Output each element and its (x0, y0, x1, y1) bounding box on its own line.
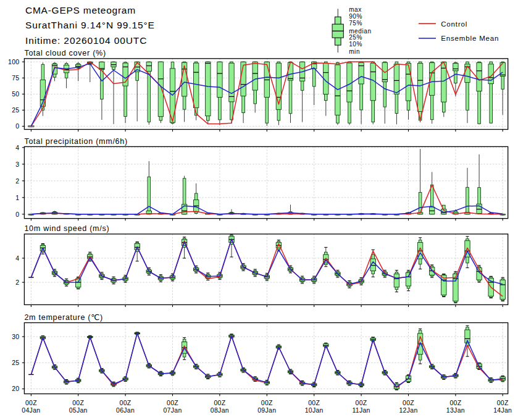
svg-text:CMA-GEPS meteogram: CMA-GEPS meteogram (25, 5, 136, 15)
svg-text:06Jan: 06Jan (116, 406, 135, 414)
svg-text:90%: 90% (349, 13, 362, 20)
svg-text:0: 0 (15, 211, 19, 218)
svg-text:100: 100 (8, 58, 19, 65)
svg-text:Initime: 20260104 00UTC: Initime: 20260104 00UTC (25, 35, 147, 46)
svg-text:00Z: 00Z (449, 399, 461, 406)
svg-text:00Z: 00Z (403, 399, 414, 406)
svg-text:25: 25 (12, 106, 19, 114)
svg-text:3: 3 (15, 161, 19, 168)
svg-text:2: 2 (15, 177, 19, 185)
svg-text:4: 4 (15, 144, 19, 151)
svg-text:00Z: 00Z (214, 399, 225, 406)
svg-text:1: 1 (15, 194, 19, 201)
svg-text:0: 0 (15, 122, 19, 130)
svg-text:10Jan: 10Jan (305, 406, 324, 414)
svg-text:50: 50 (12, 90, 19, 98)
svg-text:05Jan: 05Jan (69, 406, 88, 414)
svg-text:25: 25 (12, 359, 19, 366)
svg-text:07Jan: 07Jan (163, 406, 182, 414)
svg-text:13Jan: 13Jan (446, 406, 465, 414)
svg-text:Ensemble Mean: Ensemble Mean (441, 35, 499, 42)
svg-text:00Z: 00Z (497, 399, 509, 406)
svg-text:2: 2 (15, 279, 19, 286)
svg-text:75: 75 (12, 74, 19, 82)
svg-text:SuratThani 9.14°N 99.15°E: SuratThani 9.14°N 99.15°E (25, 20, 155, 30)
svg-text:14Jan: 14Jan (493, 406, 512, 414)
svg-text:00Z: 00Z (308, 399, 320, 406)
svg-text:max: max (349, 6, 362, 13)
svg-text:10%: 10% (349, 41, 362, 48)
svg-text:00Z: 00Z (72, 399, 84, 406)
svg-text:min: min (349, 48, 360, 55)
svg-text:12Jan: 12Jan (399, 406, 417, 414)
svg-text:00Z: 00Z (25, 399, 37, 406)
svg-text:4: 4 (15, 254, 19, 262)
svg-text:09Jan: 09Jan (257, 406, 276, 414)
svg-text:75%: 75% (349, 20, 362, 27)
svg-text:Control: Control (441, 20, 467, 28)
svg-text:00Z: 00Z (261, 399, 273, 406)
svg-text:30: 30 (12, 333, 19, 340)
svg-text:00Z: 00Z (120, 399, 132, 406)
svg-text:20: 20 (12, 385, 19, 392)
svg-text:08Jan: 08Jan (211, 406, 229, 414)
svg-text:04Jan: 04Jan (22, 406, 40, 414)
svg-text:11Jan: 11Jan (352, 406, 370, 414)
svg-text:Total precipitation (mm/6h): Total precipitation (mm/6h) (24, 137, 128, 146)
svg-text:2m temperature (℃): 2m temperature (℃) (24, 313, 103, 322)
svg-text:median: median (349, 28, 371, 35)
svg-text:25%: 25% (349, 34, 362, 41)
svg-text:10m wind speed (m/s): 10m wind speed (m/s) (24, 224, 109, 233)
svg-text:Total cloud cover (%): Total cloud cover (%) (24, 49, 106, 57)
svg-text:00Z: 00Z (356, 399, 367, 406)
svg-text:00Z: 00Z (167, 399, 178, 406)
